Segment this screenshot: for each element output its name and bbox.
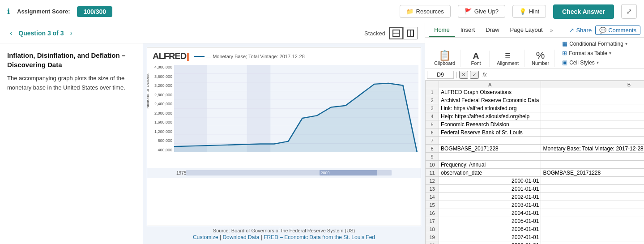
tab-draw[interactable]: Draw xyxy=(480,24,504,37)
row-header[interactable]: 11 xyxy=(426,169,439,177)
check-answer-button[interactable]: Check Answer xyxy=(553,4,614,19)
row-header[interactable]: 19 xyxy=(426,233,439,241)
table-row: 202008-01-01987300 xyxy=(426,241,644,244)
y-tick-6: 2,000,000 xyxy=(154,111,172,116)
cell-a1[interactable]: ALFRED Graph Observations xyxy=(439,88,541,96)
row-header[interactable]: 1 xyxy=(426,88,439,96)
row-header[interactable]: 20 xyxy=(426,241,439,244)
row-header[interactable]: 4 xyxy=(426,112,439,120)
row-header[interactable]: 18 xyxy=(426,225,439,233)
row-header[interactable]: 6 xyxy=(426,128,439,137)
cell-b3[interactable] xyxy=(541,104,644,112)
cell-b8[interactable]: Monetary Base; Total Vintage: 2017-12-28… xyxy=(541,145,644,153)
tab-home[interactable]: Home xyxy=(429,24,455,37)
next-question-button[interactable]: › xyxy=(67,28,75,38)
split-view-button[interactable] xyxy=(403,27,418,39)
cell-b15[interactable]: 716511 xyxy=(541,201,644,209)
row-header[interactable]: 9 xyxy=(426,153,439,161)
number-button[interactable]: % Number xyxy=(530,50,551,67)
cell-a13[interactable]: 2001-01-01 xyxy=(439,185,541,193)
row-header[interactable]: 14 xyxy=(426,193,439,201)
cell-b12[interactable]: 585278 xyxy=(541,177,644,185)
cell-b1[interactable] xyxy=(541,88,644,96)
cell-a7[interactable] xyxy=(439,137,541,145)
cell-a9[interactable] xyxy=(439,153,541,161)
cell-b16[interactable]: 752735 xyxy=(541,209,644,217)
cell-a14[interactable]: 2002-01-01 xyxy=(439,193,541,201)
prev-question-button[interactable]: ‹ xyxy=(7,28,15,38)
cell-a18[interactable]: 2006-01-01 xyxy=(439,225,541,233)
tab-insert[interactable]: Insert xyxy=(455,24,481,37)
hint-button[interactable]: 💡 Hint xyxy=(512,5,546,18)
cell-b19[interactable]: 827190 xyxy=(541,233,644,241)
resources-button[interactable]: 📁 Resources xyxy=(400,5,451,18)
timeline-selection[interactable]: 2000 xyxy=(320,170,377,176)
col-header-a[interactable]: A xyxy=(439,81,541,88)
give-up-button[interactable]: 🚩 Give Up? xyxy=(458,5,505,18)
share-button[interactable]: ↗ Share xyxy=(566,25,595,35)
cell-a8[interactable]: BOGMBASE_20171228 xyxy=(439,145,541,153)
cell-a3[interactable]: Link: https://alfred.stlouisfed.org xyxy=(439,104,541,112)
cell-styles-button[interactable]: ▣ Cell Styles ▾ xyxy=(560,58,629,67)
cell-b9[interactable] xyxy=(541,153,644,161)
cell-a6[interactable]: Federal Reserve Bank of St. Louis xyxy=(439,128,541,137)
confirm-formula-button[interactable]: ✓ xyxy=(470,71,479,79)
comments-button[interactable]: 💬 Comments xyxy=(595,26,640,35)
cell-a17[interactable]: 2005-01-01 xyxy=(439,217,541,225)
cell-a2[interactable]: Archival Federal Reserve Economic Data xyxy=(439,96,541,104)
row-header[interactable]: 2 xyxy=(426,96,439,104)
cell-b20[interactable]: 987300 xyxy=(541,241,644,244)
cell-b2[interactable] xyxy=(541,96,644,104)
customize-link[interactable]: Customize xyxy=(193,234,218,240)
cell-b6[interactable] xyxy=(541,128,644,137)
row-header[interactable]: 5 xyxy=(426,120,439,128)
row-header[interactable]: 3 xyxy=(426,104,439,112)
cell-b4[interactable] xyxy=(541,112,644,120)
format-as-table-button[interactable]: ⊞ Format as Table ▾ xyxy=(560,49,629,57)
stacked-icon xyxy=(392,29,400,37)
formula-input[interactable] xyxy=(490,72,643,78)
cell-a19[interactable]: 2007-01-01 xyxy=(439,233,541,241)
tab-page-layout[interactable]: Page Layout xyxy=(505,24,548,37)
cell-b5[interactable] xyxy=(541,120,644,128)
row-header[interactable]: 15 xyxy=(426,201,439,209)
alignment-button[interactable]: ≡ Alignment xyxy=(495,50,520,67)
stacked-view-button[interactable] xyxy=(389,27,403,39)
font-button[interactable]: A Font xyxy=(469,51,483,67)
cell-a4[interactable]: Help: https://alfred.stlouisfed.org/help xyxy=(439,112,541,120)
cell-a10[interactable]: Frequency: Annual xyxy=(439,161,541,169)
conditional-formatting-button[interactable]: ▦ Conditional Formatting ▾ xyxy=(560,39,629,48)
cell-b13[interactable]: 618451 xyxy=(541,185,644,193)
download-link[interactable]: Download Data xyxy=(222,234,259,240)
stacked-buttons xyxy=(389,27,418,39)
cancel-formula-button[interactable]: ✕ xyxy=(459,71,468,79)
cell-a5[interactable]: Economic Research Division xyxy=(439,120,541,128)
row-header[interactable]: 16 xyxy=(426,209,439,217)
more-tabs[interactable]: » xyxy=(548,27,555,34)
row-header[interactable]: 13 xyxy=(426,185,439,193)
cell-a20[interactable]: 2008-01-01 xyxy=(439,241,541,244)
row-header[interactable]: 7 xyxy=(426,137,439,145)
row-header[interactable]: 17 xyxy=(426,217,439,225)
row-header[interactable]: 8 xyxy=(426,145,439,153)
row-header[interactable]: 10 xyxy=(426,161,439,169)
expand-button[interactable]: ⤢ xyxy=(621,4,637,19)
content-area: Inflation, Disinflation, and Deflation –… xyxy=(0,43,425,244)
cell-a11[interactable]: observation_date xyxy=(439,169,541,177)
cell-b14[interactable]: 673530 xyxy=(541,193,644,201)
row-header[interactable]: 12 xyxy=(426,177,439,185)
col-header-b[interactable]: B xyxy=(541,81,644,88)
cell-b10[interactable] xyxy=(541,161,644,169)
cell-b7[interactable] xyxy=(541,137,644,145)
cell-a16[interactable]: 2004-01-01 xyxy=(439,209,541,217)
cell-b17[interactable]: 782624 xyxy=(541,217,644,225)
column-headers: A B C D xyxy=(426,81,644,88)
cell-b11[interactable]: BOGMBASE_20171228 xyxy=(541,169,644,177)
cell-a12[interactable]: 2000-01-01 xyxy=(439,177,541,185)
clipboard-button[interactable]: 📋 Clipboard xyxy=(432,50,457,67)
fred-link[interactable]: FRED – Economic Data from the St. Louis … xyxy=(264,234,375,240)
cell-reference-input[interactable]: D9 xyxy=(427,71,454,79)
cell-a15[interactable]: 2003-01-01 xyxy=(439,201,541,209)
cell-b18[interactable]: 811522 xyxy=(541,225,644,233)
spreadsheet[interactable]: A B C D 1ALFRED Graph Observations2Archi… xyxy=(425,81,644,244)
